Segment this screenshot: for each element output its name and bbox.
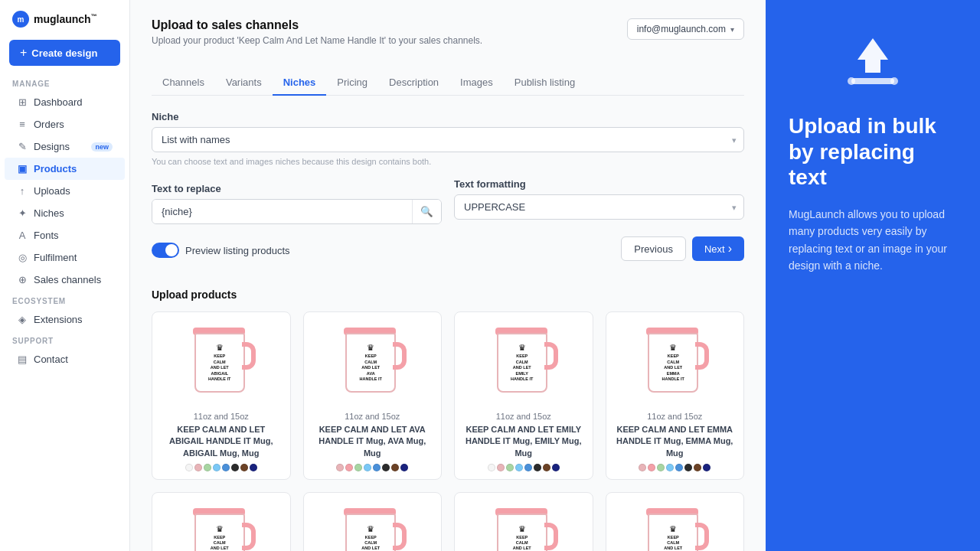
upload-icon [842, 31, 903, 92]
niche-note: You can choose text and images niches be… [152, 157, 744, 166]
mug-handle [242, 523, 256, 550]
mug-handle [544, 342, 558, 370]
tab-variants[interactable]: Variants [215, 70, 273, 96]
mug-container: ♛ KEEPCALMAND LETHANNAHHANDLE IT [312, 502, 434, 551]
sidebar-item-products[interactable]: ▣ Products [5, 158, 125, 180]
formatting-chevron: ▾ [732, 202, 737, 212]
orders-icon: ≡ [17, 119, 28, 130]
color-swatches [614, 464, 737, 471]
preview-toggle[interactable] [152, 243, 179, 258]
nav-buttons: Previous Next [621, 236, 744, 261]
tab-publish-listing[interactable]: Publish listing [504, 70, 586, 96]
text-replace-row: Text to replace 🔍 Text formatting UPPERC… [152, 178, 744, 224]
color-swatch [185, 464, 193, 471]
product-size: 11oz and 15oz [160, 412, 283, 421]
color-swatch [240, 464, 248, 471]
designs-icon: ✎ [17, 142, 28, 152]
text-to-replace-input[interactable] [152, 200, 412, 223]
text-to-replace-label: Text to replace [152, 183, 442, 194]
tab-niches[interactable]: Niches [273, 70, 327, 96]
tab-images[interactable]: Images [449, 70, 504, 96]
user-menu[interactable]: info@muglaunch.com ▾ [627, 18, 744, 40]
text-to-replace-group: Text to replace 🔍 [152, 183, 442, 224]
sidebar-item-label: Fulfilment [34, 252, 77, 263]
product-card: ♛ KEEPCALMAND LETJACKHANDLE IT 11oz and … [606, 492, 745, 551]
mug-body: ♛ KEEPCALMAND LETHANNAHHANDLE IT [345, 514, 396, 551]
mug-text: ♛ KEEPCALMAND LETEMILYHANDLE IT [509, 341, 534, 383]
niche-select-wrapper: List with names ▾ [152, 127, 744, 152]
color-swatch [552, 464, 560, 471]
mug-text-content: KEEPCALMAND LETETHANHANDLE IT [208, 535, 230, 551]
sidebar-item-fulfilment[interactable]: ◎ Fulfilment [5, 246, 125, 269]
sidebar-item-orders[interactable]: ≡ Orders [5, 113, 125, 135]
previous-button[interactable]: Previous [621, 236, 686, 261]
sidebar-item-sales-channels[interactable]: ⊕ Sales channels [5, 269, 125, 291]
support-section-label: SUPPORT [0, 331, 129, 348]
mug-container: ♛ KEEPCALMAND LETJACKHANDLE IT [614, 502, 737, 551]
create-design-button[interactable]: Create design [9, 40, 120, 66]
mug-text-content: KEEPCALMAND LETABIGAILHANDLE IT [208, 354, 230, 382]
color-swatch [373, 464, 381, 471]
contact-icon: ▤ [17, 354, 28, 365]
logo: m muglaunch™ [0, 0, 129, 35]
tab-description[interactable]: Description [378, 70, 449, 96]
sidebar-item-fonts[interactable]: A Fonts [5, 224, 125, 246]
product-size: 11oz and 15oz [462, 412, 585, 421]
color-swatch [204, 464, 211, 471]
product-size: 11oz and 15oz [312, 412, 434, 421]
sidebar-item-niches[interactable]: ✦ Niches [5, 202, 125, 224]
fonts-icon: A [17, 230, 28, 241]
color-swatch [543, 464, 550, 471]
color-swatch [354, 464, 362, 471]
color-swatch [222, 464, 230, 471]
preview-toggle-row: Preview listing products [152, 243, 290, 258]
mug-body: ♛ KEEPCALMAND LETETHANHANDLE IT [194, 514, 245, 551]
fulfilment-icon: ◎ [17, 253, 28, 263]
mug-handle [695, 523, 709, 550]
product-name: KEEP CALM AND LET EMILY HANDLE IT Mug, E… [462, 424, 585, 459]
sidebar-item-uploads[interactable]: ↑ Uploads [5, 180, 125, 202]
mug-body: ♛ KEEPCALMAND LETABIGAILHANDLE IT [194, 333, 245, 393]
products-grid: ♛ KEEPCALMAND LETABIGAILHANDLE IT 11oz a… [152, 311, 744, 551]
sidebar-item-contact[interactable]: ▤ Contact [5, 348, 125, 370]
color-swatches [312, 464, 434, 471]
mug-text-content: KEEPCALMAND LETISABELLAHANDLE IT [511, 535, 533, 551]
mug-text: ♛ KEEPCALMAND LETISABELLAHANDLE IT [509, 523, 534, 551]
mug-text: ♛ KEEPCALMAND LETJACKHANDLE IT [661, 523, 686, 551]
tab-pricing[interactable]: Pricing [326, 70, 378, 96]
mug-body: ♛ KEEPCALMAND LETEMMAHANDLE IT [648, 333, 698, 393]
niche-select[interactable]: List with names [152, 127, 744, 152]
tab-channels[interactable]: Channels [152, 70, 215, 96]
sales-channels-icon: ⊕ [17, 275, 28, 285]
next-button[interactable]: Next [692, 236, 744, 261]
crown-symbol: ♛ [208, 524, 230, 534]
crown-symbol: ♛ [662, 524, 684, 534]
products-icon: ▣ [17, 164, 28, 174]
toggle-thumb [165, 244, 178, 256]
svg-point-2 [848, 77, 855, 85]
color-swatch [382, 464, 390, 471]
mug-text-content: KEEPCALMAND LETJACKHANDLE IT [662, 535, 684, 551]
product-card: ♛ KEEPCALMAND LETAVAHANDLE IT 11oz and 1… [303, 311, 443, 480]
svg-rect-1 [851, 78, 894, 84]
formatting-select[interactable]: UPPERCASE lowercase Title Case [454, 194, 744, 220]
user-menu-chevron: ▾ [730, 25, 734, 34]
sidebar-item-label: Orders [34, 119, 64, 130]
mug-handle [544, 523, 558, 550]
product-name: KEEP CALM AND LET EMMA HANDLE IT Mug, EM… [614, 424, 737, 459]
crown-symbol: ♛ [360, 343, 382, 353]
mug-handle [393, 342, 407, 370]
main-content: Upload to sales channels Upload your pro… [130, 0, 766, 551]
sidebar-item-extensions[interactable]: ◈ Extensions [5, 308, 125, 331]
niches-icon: ✦ [17, 208, 28, 219]
sidebar-item-dashboard[interactable]: ⊞ Dashboard [5, 91, 125, 113]
color-swatch [194, 464, 202, 471]
niche-select-chevron: ▾ [732, 135, 737, 145]
product-card: ♛ KEEPCALMAND LETETHANHANDLE IT 11oz and… [152, 492, 291, 551]
color-swatch [675, 464, 683, 471]
sidebar-item-designs[interactable]: ✎ Designs new [5, 135, 125, 158]
color-swatch [250, 464, 257, 471]
search-button[interactable]: 🔍 [412, 200, 441, 223]
mug-text-content: KEEPCALMAND LETAVAHANDLE IT [360, 354, 382, 382]
niche-label: Niche [152, 111, 744, 122]
